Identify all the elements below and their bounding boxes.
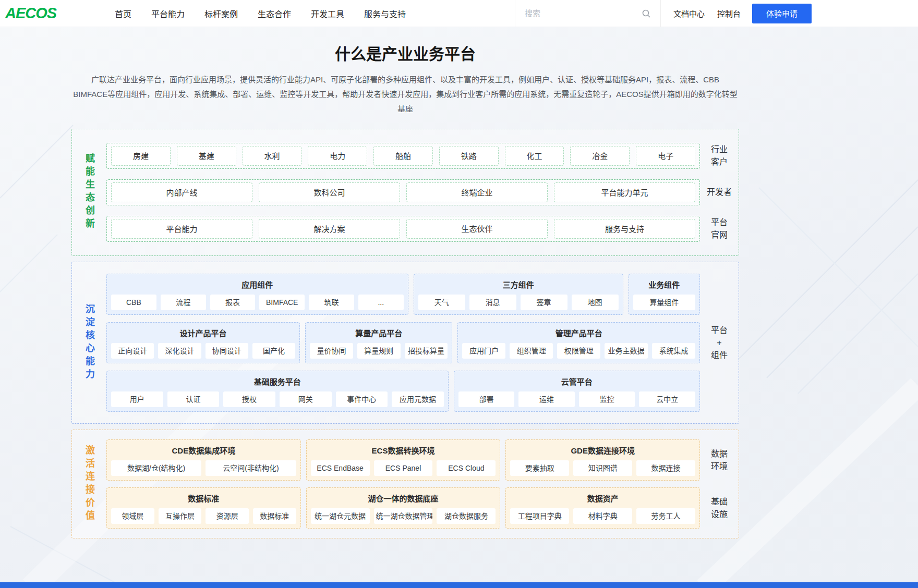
footer-strip	[0, 582, 918, 588]
data-chip: 湖仓数据服务	[437, 508, 496, 524]
data-chip: 资源层	[206, 508, 249, 524]
capability-chip: 网关	[280, 391, 332, 407]
capability-chip: 系统集成	[652, 343, 695, 359]
developer-chip: 平台能力单元	[554, 182, 695, 202]
component-chip: CBB	[111, 295, 156, 310]
header-link[interactable]: 控制台	[717, 8, 741, 19]
top-navbar: AECOS 首页平台能力标杆案例生态合作开发工具服务与支持 文档中心控制台 体验…	[0, 0, 918, 27]
nav-item[interactable]: 开发工具	[311, 7, 344, 20]
industry-chip: 房建	[111, 146, 171, 166]
components-row: 应用组件 CBB流程报表BIMFACE筑联... 三方组件 天气消息签章地图 业…	[106, 274, 739, 315]
platform-portal-row: 平台能力解决方案生态伙伴服务与支持 平台 官网	[106, 216, 739, 242]
portal-chip: 生态伙伴	[406, 219, 548, 239]
data-chip: 要素抽取	[510, 460, 569, 476]
group-title: 三方组件	[418, 278, 619, 292]
section-right-label: 平台 + 组件	[700, 324, 739, 362]
capability-chip: 深化设计	[158, 343, 201, 359]
group-title: 算量产品平台	[310, 327, 448, 340]
group-chips: 用户认证授权网关事件中心应用元数据	[111, 391, 444, 407]
group-chips: 要素抽取知识图谱数据连接	[510, 460, 695, 476]
section-rows: 应用组件 CBB流程报表BIMFACE筑联... 三方组件 天气消息签章地图 业…	[106, 274, 739, 412]
capability-chip: 权限管理	[557, 343, 600, 359]
group-title: CDE数据集成环境	[111, 444, 296, 458]
group-data-assets: 数据资产 工程项目字典材料字典劳务工人	[505, 487, 700, 529]
row-right-label: 平台 官网	[700, 216, 739, 241]
component-chip: 报表	[210, 295, 256, 310]
group-title: 云管平台	[458, 375, 695, 389]
group-chips: 统一湖仓元数据统一湖仓数据管理湖仓数据服务	[311, 508, 496, 524]
component-chip: 算量组件	[633, 295, 695, 310]
developer-chip: 内部产线	[111, 182, 252, 202]
data-chip: 互操作层	[159, 508, 202, 524]
group-chips: CBB流程报表BIMFACE筑联...	[111, 295, 404, 310]
capability-chip: 业务主数据	[605, 343, 648, 359]
platform-portal-rowbox: 平台能力解决方案生态伙伴服务与支持	[106, 216, 700, 242]
capability-chip: 量价协同	[310, 343, 353, 359]
developer-chip: 终端企业	[406, 182, 548, 202]
search-input[interactable]	[525, 9, 642, 18]
group-design-platform: 设计产品平台 正向设计深化设计协同设计国产化	[106, 322, 300, 363]
group-chips: 部署运维监控云中立	[458, 391, 695, 407]
capability-chip: 用户	[111, 391, 163, 407]
portal-chip: 解决方案	[259, 219, 400, 239]
data-chip: ECS Panel	[374, 460, 433, 476]
group-chips: 算量组件	[633, 295, 695, 310]
group-cloud-management-platform: 云管平台 部署运维监控云中立	[454, 371, 700, 412]
data-chip: 材料字典	[573, 508, 632, 524]
nav-item[interactable]: 服务与支持	[364, 7, 406, 20]
data-chip: 数据连接	[636, 460, 695, 476]
group-title: 设计产品平台	[111, 327, 295, 340]
group-chips: 数据湖/仓(结构化)云空间(非结构化)	[111, 460, 296, 476]
capability-chip: 监控	[579, 391, 635, 407]
industry-customers-row: 房建基建水利电力船舶铁路化工冶金电子 行业 客户	[106, 143, 739, 169]
group-chips: 工程项目字典材料字典劳务工人	[510, 508, 695, 524]
data-chip: 劳务工人	[636, 508, 695, 524]
product-platforms-groups: 设计产品平台 正向设计深化设计协同设计国产化 算量产品平台 量价协同算量规则招投…	[106, 322, 700, 363]
components-groups: 应用组件 CBB流程报表BIMFACE筑联... 三方组件 天气消息签章地图 业…	[106, 274, 700, 315]
row-right-label: 开发者	[700, 186, 739, 199]
component-chip: 筑联	[309, 295, 354, 310]
data-chip: 领域层	[111, 508, 154, 524]
base-platforms-row: 基础服务平台 用户认证授权网关事件中心应用元数据 云管平台 部署运维监控云中立	[106, 371, 739, 412]
capability-chip: 应用门户	[462, 343, 505, 359]
group-chips: ECS EndBaseECS PanelECS Cloud	[311, 460, 496, 476]
hero-description: 广联达产业业务平台，面向行业应用场景，提供灵活的行业能力API、可原子化部署的多…	[71, 72, 739, 116]
product-platforms-row: 设计产品平台 正向设计深化设计协同设计国产化 算量产品平台 量价协同算量规则招投…	[106, 322, 739, 363]
capability-chip: 协同设计	[206, 343, 248, 359]
group-chips: 量价协同算量规则招投标算量	[310, 343, 448, 359]
nav-item[interactable]: 首页	[115, 7, 131, 20]
component-chip: 流程	[161, 295, 206, 310]
section-data-value: 激活连接价值 CDE数据集成环境 数据湖/仓(结构化)云空间(非结构化) ECS…	[71, 430, 739, 538]
search-icon[interactable]	[642, 9, 651, 18]
section-side-label: 赋能生态创新	[84, 153, 94, 231]
industry-chip: 基建	[177, 146, 236, 166]
data-chip: 知识图谱	[573, 460, 632, 476]
hero-description-line-1: 广联达产业业务平台，面向行业应用场景，提供灵活的行业能力API、可原子化部署的多…	[71, 72, 739, 87]
group-base-services-platform: 基础服务平台 用户认证授权网关事件中心应用元数据	[106, 371, 449, 412]
group-title: 业务组件	[633, 278, 695, 292]
data-chip: 统一湖仓数据管理	[374, 508, 433, 524]
group-chips: 领域层互操作层资源层数据标准	[111, 508, 296, 524]
data-environment-groups: CDE数据集成环境 数据湖/仓(结构化)云空间(非结构化) ECS数据转换环境 …	[106, 439, 700, 481]
hero-description-line-2: BIMFACE等应用组件，应用开发、系统集成、部署、运维、监控等开发工具，帮助开…	[71, 87, 739, 116]
apply-trial-button[interactable]: 体验申请	[752, 4, 812, 23]
nav-item[interactable]: 标杆案例	[204, 7, 238, 20]
section-rows: CDE数据集成环境 数据湖/仓(结构化)云空间(非结构化) ECS数据转换环境 …	[106, 439, 739, 529]
logo[interactable]: AECOS	[5, 5, 82, 22]
component-chip: 签章	[521, 295, 567, 310]
industry-chip: 水利	[243, 146, 302, 166]
nav-item[interactable]: 生态合作	[258, 7, 291, 20]
capability-chip: 招投标算量	[405, 343, 448, 359]
header-links: 文档中心控制台	[673, 8, 741, 19]
data-chip: 统一湖仓元数据	[311, 508, 370, 524]
row-right-label: 数据 环境	[700, 448, 739, 473]
nav-item[interactable]: 平台能力	[151, 7, 185, 20]
component-chip: 地图	[572, 295, 619, 310]
group-app-components: 应用组件 CBB流程报表BIMFACE筑联...	[106, 274, 408, 315]
group-title: 湖仓一体的数据底座	[311, 492, 496, 506]
capability-chip: 部署	[458, 391, 515, 407]
data-infrastructure-groups: 数据标准 领域层互操作层资源层数据标准 湖仓一体的数据底座 统一湖仓元数据统一湖…	[106, 487, 700, 529]
section-rows: 房建基建水利电力船舶铁路化工冶金电子 行业 客户 内部产线数科公司终端企业平台能…	[106, 143, 739, 242]
header-link[interactable]: 文档中心	[673, 8, 705, 19]
component-chip: BIMFACE	[259, 295, 305, 310]
